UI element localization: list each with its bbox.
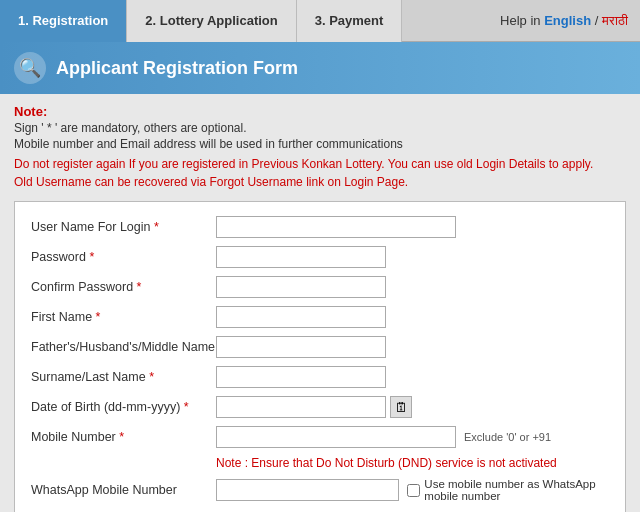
- form-header: 🔍 Applicant Registration Form: [0, 42, 640, 94]
- password-row: Password *: [31, 246, 609, 268]
- note-line1: Sign ' * ' are mandatory, others are opt…: [14, 121, 626, 135]
- calendar-icon[interactable]: 🗓: [390, 396, 412, 418]
- tab-payment[interactable]: 3. Payment: [297, 0, 403, 42]
- registration-form: User Name For Login * Password * Confirm…: [14, 201, 626, 512]
- first-name-input[interactable]: [216, 306, 386, 328]
- mobile-row: Mobile Number * Exclude '0' or +91: [31, 426, 609, 448]
- whatsapp-checkbox-area: Use mobile number as WhatsApp mobile num…: [407, 478, 609, 502]
- header-icon: 🔍: [14, 52, 46, 84]
- username-input[interactable]: [216, 216, 456, 238]
- dob-label: Date of Birth (dd-mm-yyyy) *: [31, 400, 216, 414]
- whatsapp-input[interactable]: [216, 479, 399, 501]
- content-area: Note: Sign ' * ' are mandatory, others a…: [0, 94, 640, 512]
- note-warning: Do not register again If you are registe…: [14, 155, 626, 191]
- dob-wrapper: 🗓: [216, 396, 412, 418]
- tab-lottery-application[interactable]: 2. Lottery Application: [127, 0, 296, 42]
- marathi-language-button[interactable]: मराठी: [602, 13, 628, 28]
- tab-registration[interactable]: 1. Registration: [0, 0, 127, 42]
- exclude-text: Exclude '0' or +91: [464, 431, 551, 443]
- username-label: User Name For Login *: [31, 220, 216, 234]
- confirm-password-input[interactable]: [216, 276, 386, 298]
- english-language-button[interactable]: English: [544, 13, 591, 28]
- username-row: User Name For Login *: [31, 216, 609, 238]
- whatsapp-checkbox-label[interactable]: Use mobile number as WhatsApp mobile num…: [424, 478, 609, 502]
- mobile-label: Mobile Number *: [31, 430, 216, 444]
- username-required: *: [154, 220, 159, 234]
- surname-row: Surname/Last Name *: [31, 366, 609, 388]
- middle-name-row: Father's/Husband's/Middle Name: [31, 336, 609, 358]
- dnd-note: Note : Ensure that Do Not Disturb (DND) …: [31, 456, 609, 470]
- lang-separator: /: [595, 13, 602, 28]
- form-title: Applicant Registration Form: [56, 58, 298, 79]
- password-label: Password *: [31, 250, 216, 264]
- top-navigation: 1. Registration 2. Lottery Application 3…: [0, 0, 640, 42]
- note-label: Note:: [14, 104, 47, 119]
- mobile-input[interactable]: [216, 426, 456, 448]
- whatsapp-row: WhatsApp Mobile Number Use mobile number…: [31, 478, 609, 502]
- note-section: Note: Sign ' * ' are mandatory, others a…: [14, 104, 626, 191]
- dob-input[interactable]: [216, 396, 386, 418]
- confirm-password-row: Confirm Password *: [31, 276, 609, 298]
- first-name-row: First Name *: [31, 306, 609, 328]
- whatsapp-checkbox[interactable]: [407, 484, 420, 497]
- middle-name-label: Father's/Husband's/Middle Name: [31, 340, 216, 354]
- dob-row: Date of Birth (dd-mm-yyyy) * 🗓: [31, 396, 609, 418]
- surname-label: Surname/Last Name *: [31, 370, 216, 384]
- note-line2: Mobile number and Email address will be …: [14, 137, 626, 151]
- confirm-password-label: Confirm Password *: [31, 280, 216, 294]
- language-selector: Help in English / मराठी: [500, 13, 640, 29]
- mobile-input-area: Exclude '0' or +91: [216, 426, 551, 448]
- whatsapp-label: WhatsApp Mobile Number: [31, 483, 216, 497]
- surname-input[interactable]: [216, 366, 386, 388]
- first-name-label: First Name *: [31, 310, 216, 324]
- middle-name-input[interactable]: [216, 336, 386, 358]
- password-input[interactable]: [216, 246, 386, 268]
